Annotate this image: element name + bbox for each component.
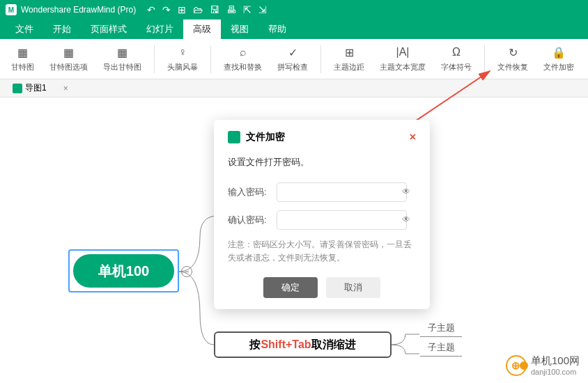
print-icon[interactable]: 🖶 <box>226 4 236 15</box>
toggle-password-icon[interactable]: 👁 <box>402 187 410 196</box>
open-icon[interactable]: 🗁 <box>193 4 203 15</box>
tool-icon: |A| <box>396 45 410 59</box>
watermark: ⊕ 单机100网 danji100.com <box>506 354 580 376</box>
main-topic-node[interactable]: 单机100 <box>73 254 174 288</box>
tool-label: 字体符号 <box>441 62 472 72</box>
save-icon[interactable]: 🖫 <box>210 4 219 15</box>
password-input[interactable] <box>277 182 407 202</box>
tool-label: 查找和替换 <box>224 62 262 72</box>
password-label: 输入密码: <box>228 186 277 198</box>
tool-头脑风暴[interactable]: ♀头脑风暴 <box>162 42 203 75</box>
tool-文件恢复[interactable]: ↻文件恢复 <box>492 42 534 75</box>
export-icon[interactable]: ⇱ <box>243 4 252 15</box>
menubar: 文件 开始 页面样式 幻灯片 高级 视图 帮助 <box>0 19 588 39</box>
tool-icon: ♀ <box>176 45 189 59</box>
share-icon[interactable]: ⇲ <box>258 4 267 15</box>
tool-label: 主题文本宽度 <box>380 62 426 72</box>
new-icon[interactable]: ⊞ <box>178 4 186 15</box>
toolbar: ▦甘特图▦甘特图选项▦导出甘特图♀头脑风暴⌕查找和替换✓拼写检查⊞主题边距|A|… <box>0 39 588 79</box>
tab-close-icon[interactable]: × <box>63 84 68 93</box>
sub-topic-pre: 按 <box>249 338 261 352</box>
tool-icon: ▦ <box>62 45 76 59</box>
dialog-logo-icon <box>228 131 240 143</box>
dialog-close-icon[interactable]: × <box>410 131 416 143</box>
add-child-icon[interactable]: − <box>181 266 192 277</box>
tool-字体符号[interactable]: Ω字体符号 <box>435 42 477 75</box>
toolbar-separator <box>154 45 155 73</box>
document-tabbar: 导图1 × <box>0 79 588 97</box>
tool-label: 甘特图 <box>11 62 34 72</box>
toolbar-separator <box>210 45 211 73</box>
tool-icon: ⊞ <box>342 45 356 59</box>
tool-label: 头脑风暴 <box>167 62 198 72</box>
confirm-password-input[interactable] <box>277 210 407 230</box>
toolbar-separator <box>320 45 321 73</box>
child-topic-2[interactable]: 子主题 <box>420 341 462 357</box>
dialog-title: 文件加密 <box>246 131 410 143</box>
tool-icon: ▦ <box>16 45 30 59</box>
sub-topic-node[interactable]: 按 Shift+Tab 取消缩进 <box>214 331 392 358</box>
tool-label: 导出甘特图 <box>103 62 141 72</box>
tool-label: 拼写检查 <box>277 62 308 72</box>
sub-topic-key: Shift+Tab <box>261 338 311 351</box>
undo-icon[interactable]: ↶ <box>147 4 155 15</box>
confirm-password-label: 确认密码: <box>228 214 277 226</box>
tool-icon: ✓ <box>286 45 300 59</box>
tool-label: 甘特图选项 <box>49 62 88 72</box>
watermark-url: danji100.com <box>531 368 580 376</box>
tool-icon: ⌕ <box>236 45 250 59</box>
tool-主题边距[interactable]: ⊞主题边距 <box>328 42 370 75</box>
document-tab[interactable]: 导图1 × <box>6 79 75 97</box>
tool-icon: Ω <box>449 45 463 59</box>
watermark-icon: ⊕ <box>506 355 527 376</box>
sub-topic-post: 取消缩进 <box>311 338 356 352</box>
dialog-subtitle: 设置文件打开密码。 <box>228 156 416 169</box>
child-topic-1[interactable]: 子主题 <box>420 322 462 337</box>
tool-icon: 🔒 <box>552 45 566 59</box>
tab-doc-icon <box>13 84 22 93</box>
menu-page-style[interactable]: 页面样式 <box>81 19 137 39</box>
titlebar: M Wondershare EdrawMind (Pro) ↶ ↷ ⊞ 🗁 🖫 … <box>0 0 588 19</box>
ok-button[interactable]: 确定 <box>263 277 318 298</box>
tool-icon: ↻ <box>506 45 520 59</box>
toolbar-separator <box>484 45 485 73</box>
menu-view[interactable]: 视图 <box>221 19 258 39</box>
redo-icon[interactable]: ↷ <box>162 4 171 15</box>
titlebar-quick-actions: ↶ ↷ ⊞ 🗁 🖫 🖶 ⇱ ⇲ <box>147 4 267 15</box>
tool-label: 主题边距 <box>334 62 364 72</box>
tool-文件加密[interactable]: 🔒文件加密 <box>538 42 580 75</box>
menu-advanced[interactable]: 高级 <box>183 19 221 39</box>
watermark-text: 单机100网 <box>531 354 580 368</box>
tool-查找和替换[interactable]: ⌕查找和替换 <box>218 42 268 75</box>
menu-start[interactable]: 开始 <box>43 19 81 39</box>
tool-label: 文件恢复 <box>497 62 528 72</box>
cancel-button[interactable]: 取消 <box>326 277 380 298</box>
menu-slides[interactable]: 幻灯片 <box>137 19 183 39</box>
tab-label: 导图1 <box>25 82 47 94</box>
tool-导出甘特图[interactable]: ▦导出甘特图 <box>98 42 147 75</box>
file-encrypt-dialog: 文件加密 × 设置文件打开密码。 输入密码: 👁 确认密码: 👁 注意：密码区分… <box>214 120 430 309</box>
toggle-confirm-icon[interactable]: 👁 <box>402 214 410 224</box>
menu-file[interactable]: 文件 <box>6 19 43 39</box>
tool-label: 文件加密 <box>543 62 574 72</box>
tool-甘特图[interactable]: ▦甘特图 <box>6 42 40 75</box>
tool-甘特图选项[interactable]: ▦甘特图选项 <box>44 42 93 75</box>
tool-icon: ▦ <box>116 45 130 59</box>
tool-拼写检查[interactable]: ✓拼写检查 <box>272 42 314 75</box>
app-title: Wondershare EdrawMind (Pro) <box>21 5 136 15</box>
tool-主题文本宽度[interactable]: |A|主题文本宽度 <box>374 42 431 75</box>
menu-help[interactable]: 帮助 <box>258 19 296 39</box>
dialog-note: 注意：密码区分大小写。请妥善保管密码，一旦丢失或者遗忘，文件则无法恢复。 <box>228 238 416 265</box>
app-logo-icon: M <box>6 4 17 15</box>
